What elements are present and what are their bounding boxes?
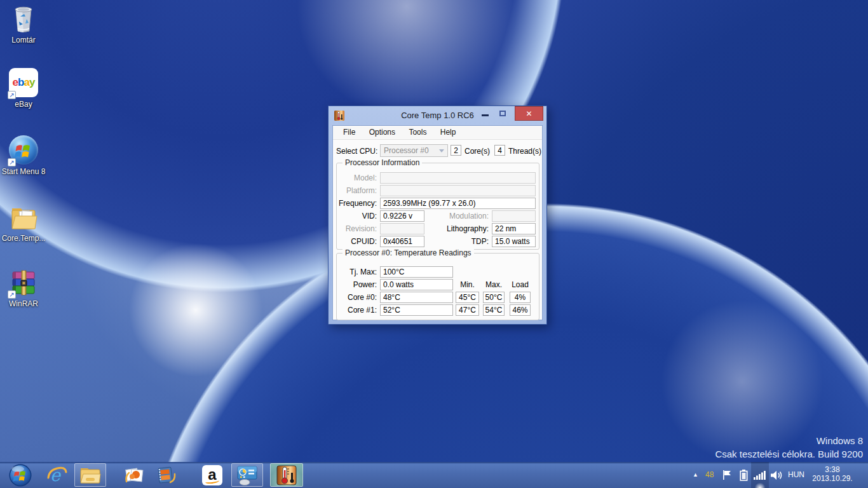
taskbar-core-temp[interactable]	[270, 463, 303, 487]
desktop-icon-label: eBay	[1, 100, 46, 109]
core1-max: 54°C	[483, 304, 505, 316]
frequency-field[interactable]: 2593.99MHz (99.77 x 26.0)	[380, 198, 536, 209]
frequency-label: Frequency:	[335, 198, 377, 209]
network-highlight-glow	[755, 483, 765, 488]
modulation-field[interactable]	[492, 210, 536, 222]
close-button[interactable]: ✕	[515, 106, 543, 121]
core1-temp-field[interactable]: 52°C	[380, 304, 453, 316]
modulation-label: Modulation:	[424, 210, 489, 222]
action-center-flag-icon[interactable]	[722, 470, 733, 483]
tray-time: 3:38	[808, 465, 857, 474]
lithography-field[interactable]: 22 nm	[492, 223, 536, 234]
threads-label: Thread(s)	[508, 146, 541, 157]
desktop-icon-start-menu-8[interactable]: ↗ Start Menu 8	[1, 135, 46, 176]
taskbar-amazon[interactable]: a	[200, 463, 225, 487]
load-column-header: Load	[510, 279, 531, 290]
taskbar-movie-maker[interactable]	[154, 463, 180, 487]
select-cpu-label: Select CPU:	[336, 146, 377, 157]
settings-panel-icon	[236, 465, 259, 485]
folder-icon	[8, 202, 39, 233]
show-hidden-icons-button[interactable]: ▲	[693, 462, 698, 488]
revision-field[interactable]	[380, 223, 424, 234]
cores-label: Core(s)	[465, 146, 490, 157]
core1-min: 47°C	[456, 304, 479, 316]
core1-load: 46%	[510, 304, 531, 316]
maximize-button[interactable]	[494, 106, 511, 121]
menu-file[interactable]: File	[342, 128, 356, 137]
taskbar-start-menu-8-settings[interactable]	[231, 463, 263, 487]
minimize-button[interactable]	[477, 106, 493, 121]
taskbar-file-explorer[interactable]	[74, 463, 106, 487]
desktop-icon-core-temp-folder[interactable]: Core.Temp...	[1, 202, 46, 243]
core1-label: Core #1:	[335, 304, 377, 316]
core0-label: Core #0:	[335, 292, 377, 303]
windows-orb-icon	[8, 463, 32, 487]
temperature-readings-title: Processor #0: Temperature Readings	[342, 248, 474, 257]
taskbar-internet-explorer[interactable]: e	[44, 463, 70, 487]
shortcut-arrow-icon: ↗	[8, 91, 16, 99]
max-column-header: Max.	[483, 279, 505, 290]
core-temp-window: Core Temp 1.0 RC6 ✕ File Options Tools H…	[328, 105, 547, 325]
power-label: Power:	[335, 279, 377, 290]
model-field[interactable]	[380, 172, 536, 184]
taskbar-photo-viewer[interactable]	[121, 463, 147, 487]
revision-label: Revision:	[335, 223, 377, 234]
core-temp-icon	[276, 465, 297, 485]
tj-max-field[interactable]: 100°C	[380, 266, 453, 278]
maximize-icon	[499, 111, 506, 116]
platform-label: Platform:	[335, 185, 377, 196]
model-label: Model:	[335, 172, 377, 184]
internet-explorer-icon: e	[46, 464, 68, 486]
winrar-icon: ↗	[8, 268, 39, 298]
tdp-label: TDP:	[424, 236, 489, 247]
platform-field[interactable]	[380, 185, 536, 196]
amazon-icon: a	[202, 465, 222, 485]
core0-temp-field[interactable]: 48°C	[380, 292, 453, 303]
processor-information-title: Processor Information	[342, 158, 422, 167]
desktop-icon-winrar[interactable]: ↗ WinRAR	[1, 268, 46, 308]
menu-bar: File Options Tools Help	[333, 126, 542, 140]
desktop-icon-label: Lomtár	[1, 36, 46, 44]
minimize-icon	[482, 114, 489, 116]
desktop-icon-recycle-bin[interactable]: Lomtár	[1, 4, 46, 44]
chevron-down-icon	[439, 149, 444, 152]
recycle-bin-icon	[8, 4, 39, 34]
title-bar[interactable]: Core Temp 1.0 RC6 ✕	[329, 106, 546, 125]
watermark-line2: Csak tesztelési célokra. Build 9200	[715, 447, 863, 461]
tray-date: 2013.10.29.	[808, 474, 857, 484]
cpuid-label: CPUID:	[335, 236, 377, 247]
menu-help[interactable]: Help	[439, 128, 458, 137]
build-watermark: Windows 8 Csak tesztelési célokra. Build…	[715, 435, 863, 461]
window-title: Core Temp 1.0 RC6	[329, 106, 546, 125]
core-temp-tray-temperature[interactable]: 48	[705, 462, 714, 488]
min-column-header: Min.	[456, 279, 479, 290]
vid-field[interactable]: 0.9226 v	[380, 210, 424, 222]
cpu-select-dropdown[interactable]: Processor #0	[380, 144, 448, 157]
threads-count: 4	[494, 145, 505, 156]
language-indicator[interactable]: HUN	[788, 462, 804, 488]
tdp-field[interactable]: 15.0 watts	[492, 236, 536, 247]
power-field[interactable]: 0.0 watts	[380, 279, 453, 290]
menu-tools[interactable]: Tools	[407, 128, 428, 137]
battery-icon[interactable]	[740, 470, 748, 484]
close-icon: ✕	[526, 109, 532, 118]
clock[interactable]: 3:38 2013.10.29.	[808, 462, 857, 488]
photo-viewer-icon	[123, 464, 145, 486]
volume-icon[interactable]	[771, 470, 783, 483]
desktop-icon-ebay[interactable]: ebay ↗ eBay	[1, 68, 46, 109]
network-signal-icon[interactable]	[754, 470, 766, 483]
ebay-icon: ebay ↗	[8, 68, 39, 98]
start-menu-8-icon: ↗	[8, 135, 39, 166]
vid-label: VID:	[335, 210, 377, 222]
menu-options[interactable]: Options	[368, 128, 397, 137]
movie-maker-icon	[156, 464, 178, 486]
file-explorer-icon	[79, 466, 101, 485]
shortcut-arrow-icon: ↗	[8, 158, 16, 166]
start-button[interactable]	[4, 463, 37, 487]
cores-count: 2	[451, 145, 461, 156]
tj-max-label: Tj. Max:	[335, 266, 377, 278]
desktop-icon-label: WinRAR	[1, 300, 46, 308]
core0-min: 45°C	[456, 292, 479, 303]
cpuid-field[interactable]: 0x40651	[380, 236, 424, 247]
taskbar: e	[0, 462, 868, 488]
